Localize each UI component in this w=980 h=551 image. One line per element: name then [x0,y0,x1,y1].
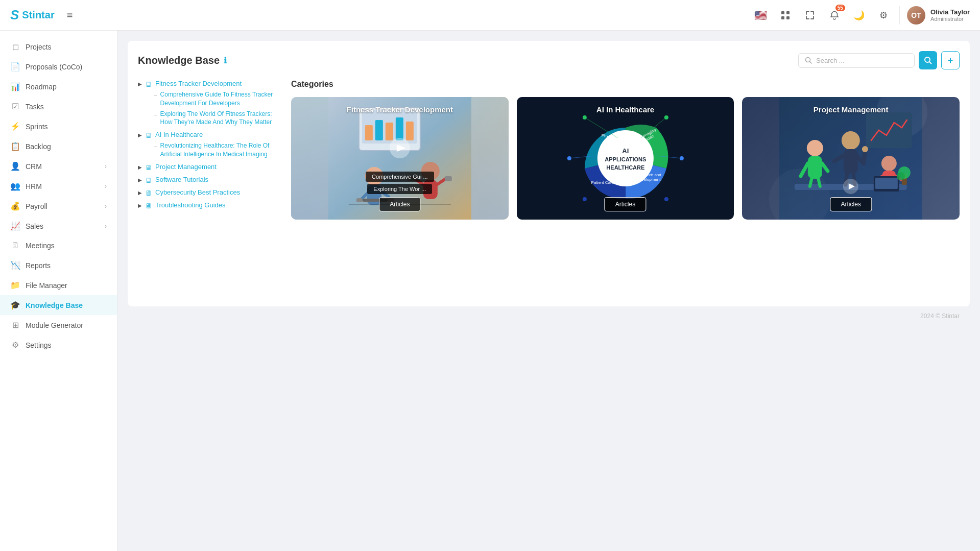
user-name: Olivia Taylor [930,8,970,16]
kb-title-text: Knowledge Base [138,55,220,66]
pm-card-image: Project Management Articles [742,97,960,220]
svg-rect-13 [406,122,414,140]
tree-item-fitness-header[interactable]: ▶ 🖥 Fitness Tracker Development [138,80,281,88]
crm-chevron: › [105,163,107,170]
sidebar-item-hrm[interactable]: 👥 HRM › [0,176,117,196]
cyber-label[interactable]: Cybersecurity Best Practices [155,188,240,196]
svg-rect-9 [365,125,373,140]
notifications[interactable]: 55 [826,7,843,24]
cyber-arrow-icon: ▶ [138,190,142,196]
search-button[interactable] [919,51,937,69]
search-input[interactable] [816,57,908,64]
sidebar-item-knowledge-base[interactable]: 🎓 Knowledge Base [0,295,117,315]
sidebar-item-reports[interactable]: 📉 Reports [0,255,117,275]
pm-label[interactable]: Project Management [155,163,217,171]
tree-item-ai-header[interactable]: ▶ 🖥 AI In Healthcare [138,131,281,139]
roadmap-icon: 📊 [10,82,20,91]
ai-label[interactable]: AI In Healthcare [155,131,203,138]
sidebar-item-module-generator[interactable]: ⊞ Module Generator [0,315,117,335]
categories-panel: Categories [291,80,960,220]
search-wrap [798,53,915,68]
svg-rect-76 [875,178,898,189]
sidebar-item-roadmap[interactable]: 📊 Roadmap [0,77,117,97]
hamburger-menu[interactable]: ≡ [65,7,75,23]
ai-child-label-1[interactable]: Revolutionizing Healthcare: The Role Of … [160,141,281,159]
svg-text:AI: AI [622,147,629,155]
sales-icon: 📈 [10,221,20,231]
category-card-pm[interactable]: Project Management Articles [742,97,960,220]
tree-item-trouble-header[interactable]: ▶ 🖥 Troubleshooting Guides [138,201,281,210]
logo[interactable]: S Stintar [10,7,55,23]
main-layout: ◻ Projects 📄 Proposals (CoCo) 📊 Roadmap … [0,31,980,551]
sidebar-item-tasks[interactable]: ☑ Tasks [0,97,117,116]
category-card-fitness[interactable]: Fitness Tracker Development Comprehensiv… [291,97,509,220]
svg-rect-64 [844,149,858,174]
fitness-child-label-2[interactable]: Exploring The World Of Fitness Trackers:… [160,110,281,127]
ai-card-title: AI In Healthcare [517,105,734,114]
svg-line-62 [818,178,820,186]
kb-header: Knowledge Base ℹ [138,51,960,69]
language-flag[interactable]: 🇺🇸 [752,7,770,24]
child-dot-2: – [154,112,157,117]
topnav-left: S Stintar ≡ [10,7,75,23]
tree-item-software-header[interactable]: ▶ 🖥 Software Tutorials [138,176,281,184]
fitness-child-1: – Comprehensive Guide To Fitness Tracker… [150,90,281,108]
sales-chevron: › [105,223,107,230]
payroll-icon: 💰 [10,201,20,211]
svg-rect-58 [808,156,822,179]
fitness-articles-btn[interactable]: Articles [379,197,420,211]
payroll-chevron: › [105,203,107,210]
svg-rect-10 [375,120,383,140]
sidebar-item-sales[interactable]: 📈 Sales › [0,216,117,236]
hrm-chevron: › [105,183,107,190]
fitness-doc-icon: 🖥 [145,80,152,88]
svg-line-69 [864,151,865,163]
fitness-label[interactable]: Fitness Tracker Development [155,80,242,87]
trouble-arrow-icon: ▶ [138,203,142,208]
kb-info-icon[interactable]: ℹ [224,56,227,65]
software-label[interactable]: Software Tutorials [155,176,208,183]
logo-s: S [10,7,19,23]
pm-articles-btn[interactable]: Articles [830,197,871,211]
fitness-child-label-1[interactable]: Comprehensive Guide To Fitness Tracker D… [160,90,281,108]
svg-rect-1 [786,11,790,14]
sidebar-item-backlog[interactable]: 📋 Backlog [0,136,117,156]
tree-item-cyber: ▶ 🖥 Cybersecurity Best Practices [138,188,281,197]
sidebar-item-payroll[interactable]: 💰 Payroll › [0,196,117,216]
knowledge-base-panel: Knowledge Base ℹ [128,41,970,306]
kb-search-area: + [798,51,960,69]
svg-point-47 [664,197,668,201]
add-button[interactable]: + [941,51,960,69]
fitness-child-2: – Exploring The World Of Fitness Tracker… [150,110,281,127]
sidebar: ◻ Projects 📄 Proposals (CoCo) 📊 Roadmap … [0,31,117,551]
sidebar-item-proposals[interactable]: 📄 Proposals (CoCo) [0,57,117,77]
tree-item-cyber-header[interactable]: ▶ 🖥 Cybersecurity Best Practices [138,188,281,197]
category-card-ai[interactable]: .seg-text { font-size: 9px; fill: white;… [517,97,734,220]
fitness-overlay-items: Comprehensive Gui ... Exploring The Wor … [291,172,509,194]
pm-card-title: Project Management [742,105,960,114]
ai-articles-btn[interactable]: Articles [605,197,646,211]
crm-icon: 👤 [10,161,20,171]
child-dot-1: – [154,92,157,98]
settings-icon[interactable]: ⚙ [875,7,892,24]
sidebar-item-file-manager[interactable]: 📁 File Manager [0,275,117,295]
sidebar-item-sprints[interactable]: ⚡ Sprints [0,116,117,136]
kb-body: ▶ 🖥 Fitness Tracker Development – Compre… [138,80,960,220]
ai-doc-icon: 🖥 [145,131,152,139]
software-arrow-icon: ▶ [138,177,142,183]
user-profile[interactable]: OT Olivia Taylor Administrator [899,6,970,25]
meetings-icon: 🗓 [10,241,20,250]
trouble-label[interactable]: Troubleshooting Guides [155,201,226,209]
tree-item-fitness: ▶ 🖥 Fitness Tracker Development – Compre… [138,80,281,127]
tree-item-pm-header[interactable]: ▶ 🖥 Project Management [138,163,281,172]
ai-child-dot-1: – [154,143,157,149]
sidebar-item-projects[interactable]: ◻ Projects [0,37,117,57]
reports-icon: 📉 [10,260,20,270]
grid-icon[interactable] [777,7,794,24]
svg-text:Development: Development [636,177,661,182]
expand-icon[interactable] [801,7,819,24]
sidebar-item-meetings[interactable]: 🗓 Meetings [0,236,117,255]
sidebar-item-crm[interactable]: 👤 CRM › [0,156,117,176]
sidebar-item-settings[interactable]: ⚙ Settings [0,335,117,355]
dark-mode-icon[interactable]: 🌙 [850,7,868,24]
